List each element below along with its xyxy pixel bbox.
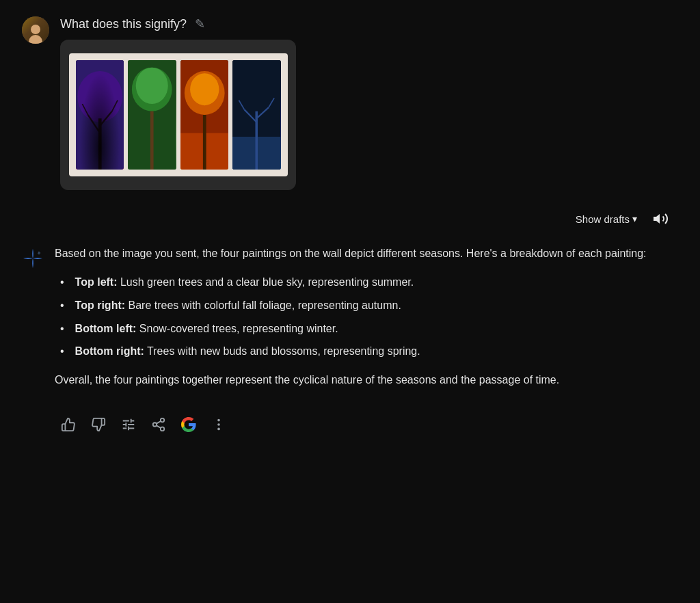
list-item-text: Top right: Bare trees with colorful fall… [75, 297, 401, 314]
list-item: Bottom right: Trees with new buds and bl… [60, 343, 678, 360]
ai-text: Based on the image you sent, the four pa… [55, 245, 678, 389]
svg-point-29 [217, 419, 220, 422]
list-item-content-3: Snow-covered trees, representing winter. [139, 323, 338, 334]
show-drafts-label: Show drafts [576, 213, 630, 225]
list-item-content-2: Bare trees with colorful fall foliage, r… [129, 299, 401, 311]
list-item: Bottom left: Snow-covered trees, represe… [60, 320, 678, 338]
edit-icon[interactable]: ✎ [195, 16, 205, 31]
ai-content: Based on the image you sent, the four pa… [55, 245, 678, 438]
svg-point-14 [190, 73, 219, 105]
svg-point-13 [184, 71, 224, 115]
list-item-label-2: Top right: [75, 299, 125, 311]
svg-rect-11 [180, 60, 229, 170]
svg-marker-23 [654, 214, 660, 224]
svg-rect-12 [180, 133, 229, 170]
thumbs-up-icon [61, 417, 76, 432]
ai-response: Based on the image you sent, the four pa… [22, 245, 678, 438]
avatar [22, 16, 49, 44]
list-item-label-3: Bottom left: [75, 323, 137, 334]
svg-rect-7 [128, 60, 176, 170]
painting-4 [232, 60, 281, 170]
volume-icon [652, 211, 669, 227]
share-icon [151, 417, 166, 432]
gemini-sparkle-icon [22, 247, 44, 269]
painting-1 [76, 60, 124, 170]
svg-rect-17 [232, 137, 281, 170]
ai-intro: Based on the image you sent, the four pa… [55, 245, 678, 263]
list-item: Top right: Bare trees with colorful fall… [60, 297, 678, 314]
user-question-text: What does this signify? [60, 17, 187, 31]
list-item-text: Top left: Lush green trees and a clear b… [75, 273, 414, 291]
painting-image [60, 40, 296, 190]
ai-conclusion: Overall, the four paintings together rep… [55, 371, 678, 389]
svg-line-6 [111, 100, 117, 111]
user-question-row: What does this signify? ✎ [60, 16, 678, 31]
uploaded-image [60, 40, 296, 190]
response-header-row: Show drafts ▾ [22, 206, 678, 231]
svg-point-30 [217, 423, 220, 426]
painting-2 [128, 60, 176, 170]
ai-list: Top left: Lush green trees and a clear b… [55, 273, 678, 360]
google-g-icon [180, 416, 197, 433]
svg-line-27 [157, 426, 161, 429]
svg-line-5 [82, 104, 88, 115]
svg-line-21 [239, 100, 244, 110]
svg-line-19 [245, 110, 257, 122]
tune-button[interactable] [115, 411, 142, 438]
list-item-content-1: Lush green trees and a clear blue sky, r… [120, 276, 414, 288]
svg-line-4 [100, 111, 112, 126]
thumbs-up-button[interactable] [55, 411, 82, 438]
painting-3 [180, 60, 229, 170]
chevron-down-icon: ▾ [632, 213, 637, 224]
user-message: What does this signify? ✎ [22, 16, 678, 190]
google-search-button[interactable] [175, 411, 202, 438]
svg-line-22 [269, 98, 274, 107]
share-button[interactable] [145, 411, 172, 438]
action-toolbar [55, 405, 678, 438]
svg-point-31 [217, 428, 220, 431]
tune-icon [121, 417, 136, 432]
thumbs-down-button[interactable] [85, 411, 112, 438]
svg-line-28 [157, 421, 161, 424]
svg-rect-16 [232, 60, 281, 170]
list-item-label-4: Bottom right: [75, 345, 144, 357]
volume-button[interactable] [648, 206, 673, 231]
show-drafts-button[interactable]: Show drafts ▾ [570, 211, 643, 228]
user-message-content: What does this signify? ✎ [60, 16, 678, 190]
list-item: Top left: Lush green trees and a clear b… [60, 273, 678, 291]
svg-rect-0 [76, 60, 124, 170]
more-options-icon [211, 417, 226, 432]
thumbs-down-icon [91, 417, 106, 432]
svg-line-20 [256, 107, 269, 118]
list-item-label-1: Top left: [75, 276, 118, 288]
chat-container: What does this signify? ✎ [0, 0, 700, 455]
svg-point-8 [132, 68, 172, 111]
list-item-text: Bottom left: Snow-covered trees, represe… [75, 320, 338, 338]
list-item-content-4: Trees with new buds and blossoms, repres… [147, 345, 420, 357]
svg-line-3 [88, 115, 100, 133]
svg-point-9 [136, 68, 168, 104]
more-options-button[interactable] [205, 411, 232, 438]
svg-point-1 [77, 71, 122, 122]
list-item-text: Bottom right: Trees with new buds and bl… [75, 343, 420, 360]
painting-frame [69, 53, 288, 176]
